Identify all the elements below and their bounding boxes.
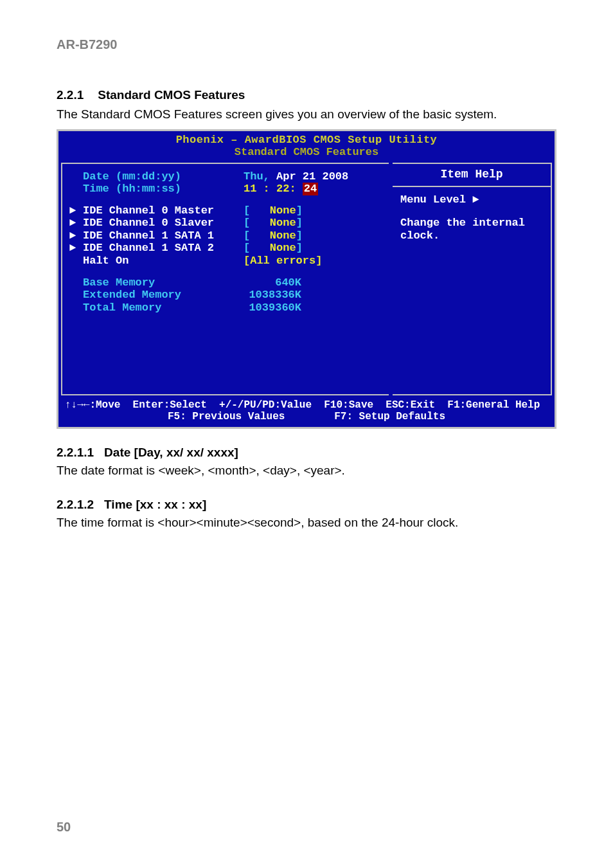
subsection-title: Time [xx : xx : xx] bbox=[104, 498, 206, 511]
halt-value: [All errors] bbox=[244, 255, 322, 267]
base-mem-value: 640K bbox=[244, 276, 301, 289]
total-mem-label: Total Memory bbox=[83, 302, 244, 314]
base-mem-label: Base Memory bbox=[83, 276, 244, 289]
time-row[interactable]: Time (hh:mm:ss) 11 : 22 : 24 bbox=[69, 183, 384, 195]
total-mem-value: 1039360K bbox=[244, 302, 301, 314]
ide-row[interactable]: ► IDE Channel 1 SATA 2 [ None] bbox=[69, 242, 384, 255]
ext-mem-label: Extended Memory bbox=[83, 289, 244, 302]
help-description: Change the internal clock. bbox=[400, 217, 543, 242]
memory-row: Base Memory 640K bbox=[69, 276, 384, 289]
triangle-right-icon: ► bbox=[69, 204, 76, 217]
time-ss-selected[interactable]: 24 bbox=[303, 183, 318, 195]
ext-mem-value: 1038336K bbox=[244, 289, 301, 302]
bios-footer: ↑↓→←:Move Enter:Select +/-/PU/PD:Value F… bbox=[61, 395, 552, 423]
halt-row[interactable]: Halt On [All errors] bbox=[69, 255, 384, 267]
halt-label: Halt On bbox=[83, 255, 244, 267]
triangle-right-icon: ► bbox=[69, 242, 76, 255]
section-title: Standard CMOS Features bbox=[98, 88, 245, 102]
triangle-right-icon: ► bbox=[69, 230, 76, 242]
subsection-title: Date [Day, xx/ xx/ xxxx] bbox=[104, 446, 238, 459]
triangle-right-icon: ► bbox=[472, 194, 479, 206]
section-number: 2.2.1 bbox=[57, 88, 84, 102]
ide-label: IDE Channel 0 Master bbox=[83, 204, 244, 217]
help-divider bbox=[393, 186, 551, 187]
ide-label: IDE Channel 0 Slaver bbox=[83, 217, 244, 230]
ide-value: None bbox=[270, 204, 296, 217]
page-number: 50 bbox=[57, 820, 71, 835]
date-day: Thu, bbox=[244, 170, 270, 183]
ide-row[interactable]: ► IDE Channel 0 Master [ None] bbox=[69, 204, 384, 217]
footer-line-1: ↑↓→←:Move Enter:Select +/-/PU/PD:Value F… bbox=[65, 399, 548, 411]
menu-level-label: Menu Level bbox=[400, 194, 466, 206]
time-label: Time (hh:mm:ss) bbox=[83, 183, 244, 195]
bios-screenshot: Phoenix – AwardBIOS CMOS Setup Utility S… bbox=[57, 129, 556, 429]
page-header: AR-B7290 bbox=[57, 37, 556, 52]
subsection-heading: 2.2.1.2Time [xx : xx : xx] bbox=[57, 498, 556, 512]
menu-level-row: Menu Level ► bbox=[400, 194, 543, 206]
date-value: Apr 21 2008 bbox=[276, 170, 348, 183]
bios-help-pane: Item Help Menu Level ► Change the intern… bbox=[393, 163, 552, 395]
bios-subtitle: Standard CMOS Features bbox=[61, 146, 552, 159]
ide-value: None bbox=[270, 217, 296, 230]
bios-title: Phoenix – AwardBIOS CMOS Setup Utility bbox=[61, 134, 552, 147]
time-mm: 22 bbox=[276, 183, 289, 195]
ide-label: IDE Channel 1 SATA 2 bbox=[83, 242, 244, 255]
help-title: Item Help bbox=[400, 164, 543, 186]
subsection-text: The date format is <week>, <month>, <day… bbox=[57, 462, 556, 479]
ide-row[interactable]: ► IDE Channel 0 Slaver [ None] bbox=[69, 217, 384, 230]
subsection-number: 2.2.1.1 bbox=[57, 446, 94, 460]
date-row[interactable]: Date (mm:dd:yy) Thu, Apr 21 2008 bbox=[69, 170, 384, 183]
memory-row: Total Memory 1039360K bbox=[69, 302, 384, 314]
subsection-text: The time format is <hour><minute><second… bbox=[57, 514, 556, 531]
section-intro: The Standard CMOS Features screen gives … bbox=[57, 106, 556, 123]
subsection-heading: 2.2.1.1Date [Day, xx/ xx/ xxxx] bbox=[57, 446, 556, 460]
bios-left-pane: Date (mm:dd:yy) Thu, Apr 21 2008 Time (h… bbox=[61, 163, 389, 395]
section-heading: 2.2.1Standard CMOS Features bbox=[57, 88, 556, 102]
ide-label: IDE Channel 1 SATA 1 bbox=[83, 230, 244, 242]
ide-value: None bbox=[270, 230, 296, 242]
subsection-number: 2.2.1.2 bbox=[57, 498, 94, 512]
time-hh: 11 bbox=[244, 183, 256, 195]
memory-row: Extended Memory 1038336K bbox=[69, 289, 384, 302]
ide-value: None bbox=[270, 242, 296, 255]
ide-row[interactable]: ► IDE Channel 1 SATA 1 [ None] bbox=[69, 230, 384, 242]
triangle-right-icon: ► bbox=[69, 217, 76, 230]
footer-line-2: F5: Previous Values F7: Setup Defaults bbox=[65, 411, 548, 422]
date-label: Date (mm:dd:yy) bbox=[83, 170, 244, 183]
